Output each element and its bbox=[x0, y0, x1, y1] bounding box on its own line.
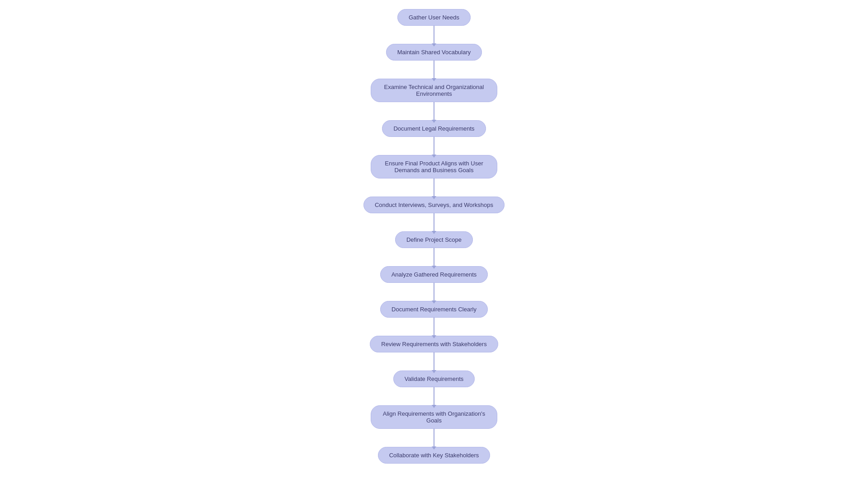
connector-9 bbox=[434, 352, 434, 371]
examine-technical: Examine Technical and Organizational Env… bbox=[371, 79, 497, 102]
connector-2 bbox=[434, 102, 434, 120]
connector-0 bbox=[434, 26, 434, 44]
align-requirements: Align Requirements with Organization's G… bbox=[371, 405, 497, 429]
connector-8 bbox=[434, 318, 434, 336]
connector-5 bbox=[434, 213, 434, 231]
connector-3 bbox=[434, 137, 434, 155]
connector-11 bbox=[434, 429, 434, 447]
connector-10 bbox=[434, 387, 434, 405]
gather-user-needs: Gather User Needs bbox=[397, 9, 471, 26]
connector-1 bbox=[434, 61, 434, 79]
ensure-final-product: Ensure Final Product Aligns with User De… bbox=[371, 155, 497, 178]
connector-4 bbox=[434, 178, 434, 197]
connector-6 bbox=[434, 248, 434, 266]
flowchart: Gather User NeedsMaintain Shared Vocabul… bbox=[0, 9, 868, 464]
connector-7 bbox=[434, 283, 434, 301]
